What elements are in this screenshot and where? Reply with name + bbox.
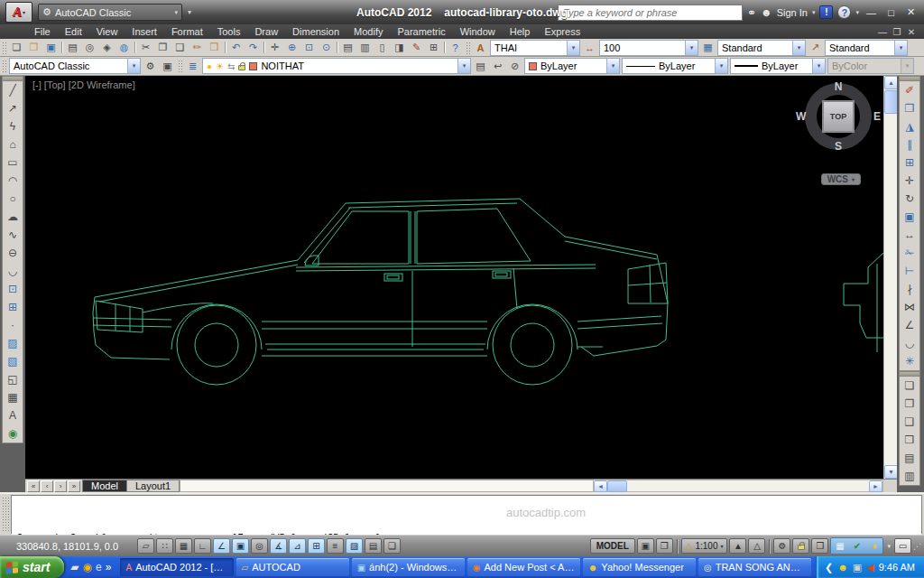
coordinates-readout[interactable]: 330840.8, 18101.9, 0.0 — [4, 541, 135, 552]
workspace-switching-icon[interactable]: ⚙ — [773, 538, 790, 554]
ortho-mode-toggle[interactable]: ∟ — [194, 538, 211, 554]
multileader-style-combo[interactable]: Standard▾ — [825, 40, 908, 56]
workspace-selector[interactable]: ⚙ AutoCAD Classic ▾ — [38, 4, 182, 21]
toolbar-lock-icon[interactable] — [792, 538, 809, 554]
arc-icon[interactable]: ◠ — [3, 172, 23, 190]
circle-icon[interactable]: ○ — [3, 190, 23, 208]
undo-icon[interactable]: ↶ — [227, 40, 245, 55]
viewcube-west[interactable]: W — [796, 110, 806, 123]
task-autocad-drawing[interactable]: A AutoCAD 2012 - [au... — [120, 558, 233, 576]
object-snap-toggle[interactable]: ▣ — [232, 538, 249, 554]
trim-icon[interactable]: ✁ — [900, 244, 919, 262]
offset-icon[interactable]: ∥ — [900, 135, 919, 154]
erase-icon[interactable]: ✐ — [900, 81, 919, 99]
save-icon[interactable]: ▣ — [42, 40, 60, 55]
yahoo-tray-icon[interactable]: ☻ — [837, 562, 848, 573]
task-tran-song-anh[interactable]: ◎ TRAN SONG ANH ©... — [698, 558, 811, 576]
infer-constraints-toggle[interactable]: ▱ — [137, 538, 154, 554]
plot-notify-icon[interactable]: ✔ — [848, 538, 865, 554]
move-icon[interactable]: ✛ — [900, 172, 919, 190]
hide-icons-chevron-icon[interactable]: ❮ — [825, 562, 833, 573]
chevron-down-icon[interactable]: ▾ — [855, 9, 859, 16]
viewcube-south[interactable]: S — [835, 140, 842, 153]
menu-format[interactable]: Format — [164, 26, 210, 37]
clock[interactable]: 9:46 AM — [879, 562, 915, 573]
workspaces-combo[interactable]: AutoCAD Classic▾ — [9, 58, 141, 74]
tabs-prev-button[interactable]: ‹ — [41, 480, 53, 492]
scroll-right-button[interactable]: ► — [869, 480, 882, 492]
menu-express[interactable]: Express — [537, 26, 587, 37]
transparency-toggle[interactable]: ▨ — [346, 538, 363, 554]
markup-icon[interactable]: ✎ — [408, 40, 425, 55]
designcenter-icon[interactable]: ▥ — [356, 40, 374, 55]
sheet-set-manager-icon[interactable]: ◨ — [391, 40, 408, 55]
clean-screen-button[interactable]: ▭ — [894, 538, 911, 554]
horizontal-scrollbar[interactable]: ◄ ► — [593, 480, 883, 492]
layer-properties-icon[interactable]: ≣ — [184, 59, 201, 74]
annotation-scale-button[interactable]: △ 1:100 ▾ — [681, 538, 728, 554]
menu-tools[interactable]: Tools — [210, 26, 248, 37]
doc-close-button[interactable]: ✕ — [904, 27, 919, 37]
zoom-realtime-icon[interactable]: ⊕ — [283, 40, 300, 55]
model-paper-toggle[interactable]: MODEL — [590, 538, 635, 554]
snap-mode-toggle[interactable]: ∷ — [156, 538, 173, 554]
rectangle-icon[interactable]: ▭ — [3, 154, 23, 172]
properties-icon[interactable]: ▤ — [339, 40, 356, 55]
layer-unlock-icon[interactable] — [238, 65, 245, 70]
quick-view-drawings-icon[interactable]: ❐ — [656, 538, 673, 554]
binoculars-icon[interactable]: ⚭ — [747, 6, 756, 19]
construction-line-icon[interactable]: ↗ — [3, 99, 23, 117]
dynamic-input-toggle[interactable]: ⊞ — [308, 538, 325, 554]
viewcube-top-face[interactable]: TOP — [822, 100, 855, 133]
3d-object-snap-toggle[interactable]: ◎ — [251, 538, 268, 554]
insert-block-icon[interactable]: ⊡ — [3, 280, 23, 298]
overflow-chevron-icon[interactable]: » — [106, 561, 112, 573]
internet-explorer-icon[interactable]: e — [96, 561, 102, 573]
doc-restore-button[interactable]: ❐ — [890, 27, 904, 37]
dynamic-ucs-toggle[interactable]: ⊿ — [289, 538, 306, 554]
quick-properties-toggle[interactable]: ▤ — [365, 538, 382, 554]
layer-on-bulb-icon[interactable]: ● — [207, 61, 212, 71]
chevron-down-icon[interactable]: ▾ — [887, 543, 891, 550]
chrome-icon[interactable]: ◉ — [83, 561, 92, 573]
plot-preview-icon[interactable]: ◎ — [81, 40, 98, 55]
fillet-icon[interactable]: ◡ — [900, 334, 919, 352]
tool-palettes-icon[interactable]: ▯ — [374, 40, 391, 55]
tray-app-icon[interactable]: ▣ — [853, 562, 862, 573]
spline-icon[interactable]: ∿ — [3, 226, 23, 244]
export-dwf-icon[interactable]: ◍ — [116, 40, 133, 55]
send-under-icon[interactable]: ❒ — [900, 431, 919, 449]
send-to-back-icon[interactable]: ❐ — [900, 395, 919, 413]
stretch-icon[interactable]: ↔ — [900, 226, 919, 244]
model-space-canvas[interactable]: [-] [Top] [2D Wireframe] — [25, 76, 897, 479]
point-icon[interactable]: · — [3, 316, 23, 334]
menu-help[interactable]: Help — [503, 26, 538, 37]
task-add-new-post[interactable]: ◉ Add New Post < Auto... — [467, 558, 580, 576]
menu-insert[interactable]: Insert — [125, 26, 164, 37]
scroll-down-button[interactable]: ▼ — [884, 465, 897, 479]
polyline-icon[interactable]: ϟ — [3, 117, 23, 135]
cut-icon[interactable]: ✂ — [137, 40, 154, 55]
chamfer-icon[interactable]: ∠ — [900, 316, 919, 334]
vertical-scroll-thumb[interactable] — [884, 90, 897, 114]
ellipse-arc-icon[interactable]: ◡ — [3, 262, 23, 280]
pan-icon[interactable]: ✛ — [266, 40, 283, 55]
publish-icon[interactable]: ◈ — [98, 40, 116, 55]
my-workspace-icon[interactable]: ▣ — [159, 59, 176, 74]
application-status-icon[interactable]: ❒ — [811, 538, 828, 554]
task-autocad-folder[interactable]: ▱ AUTOCAD — [236, 558, 349, 576]
doc-minimize-button[interactable]: — — [875, 27, 890, 37]
revision-cloud-icon[interactable]: ☁ — [3, 208, 23, 226]
lineweight-control-combo[interactable]: ByLayer ▾ — [730, 58, 826, 74]
explode-icon[interactable]: ✳ — [900, 352, 919, 370]
text-style-combo[interactable]: THAI▾ — [490, 40, 580, 56]
selection-cycling-toggle[interactable]: ❏ — [383, 538, 401, 554]
toolbar-grip[interactable] — [178, 60, 182, 72]
toolbar-grip[interactable] — [2, 60, 6, 72]
display-performance-icon[interactable]: ▦ — [831, 538, 848, 554]
mirror-icon[interactable]: ◮ — [900, 117, 919, 135]
line-icon[interactable]: ╱ — [3, 81, 23, 99]
scale-icon[interactable]: ▣ — [900, 208, 919, 226]
annotation-autoscale-icon[interactable]: △ — [748, 538, 765, 554]
sign-in-button[interactable]: Sign In — [777, 7, 808, 18]
